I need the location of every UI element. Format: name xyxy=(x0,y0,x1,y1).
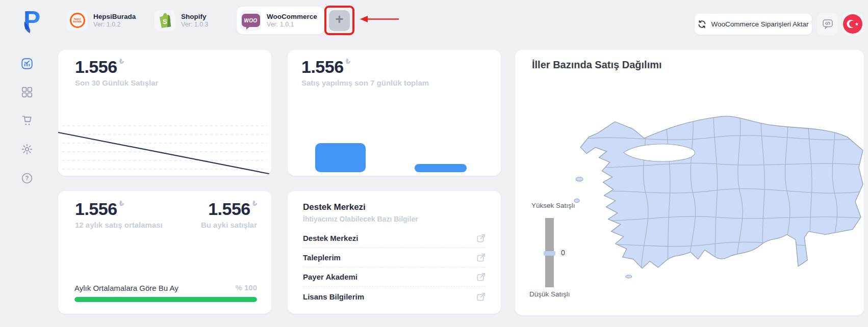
progress-track xyxy=(74,297,257,302)
language-selector[interactable] xyxy=(843,13,863,35)
sales7-value: 1.556₺ xyxy=(301,57,350,76)
progress-fill xyxy=(74,297,257,302)
sidebar-item-orders[interactable] xyxy=(20,114,34,127)
turkish-flag-icon xyxy=(843,14,862,34)
month-value: 1.556₺ xyxy=(208,199,257,219)
woocommerce-icon: WOO xyxy=(240,10,261,31)
aegean-island xyxy=(626,275,632,278)
annotation-arrow-icon xyxy=(359,15,400,23)
add-integration-button[interactable]: + xyxy=(329,10,350,31)
annotation-red-box: + xyxy=(324,6,354,35)
code-bubble-icon xyxy=(822,18,834,30)
support-subtitle: İhtiyacınız Olabilecek Bazı Bilgiler xyxy=(303,215,418,223)
integration-name: Shopify xyxy=(181,12,209,21)
grid-icon xyxy=(20,86,34,99)
support-link-payer-akademi[interactable]: Payer Akademi xyxy=(303,267,486,287)
help-icon: ? xyxy=(20,172,34,185)
integration-name: HepsiBurada xyxy=(93,12,136,21)
gear-icon xyxy=(20,143,34,156)
lira-icon: ₺ xyxy=(119,199,124,207)
map-legend-current-band xyxy=(544,251,555,256)
card-sales-7-days: 1.556₺ Satış yapılmış son 7 günlük topla… xyxy=(288,50,501,176)
external-link-icon xyxy=(477,272,486,281)
sales7-label: Satış yapılmış son 7 günlük toplam xyxy=(301,78,429,87)
card-monthly-averages: 1.556₺ 12 aylık satış ortalaması 1.556₺ … xyxy=(58,191,271,314)
lira-icon: ₺ xyxy=(119,57,124,65)
progress-percent: % 100 xyxy=(235,283,257,292)
sales7-bar xyxy=(415,164,467,172)
card-support-center: Destek Merkezi İhtiyacınız Olabilecek Ba… xyxy=(288,191,501,314)
card-sales-30-days: 1.556₺ Son 30 Günlük Satışlar xyxy=(58,50,271,176)
sync-icon xyxy=(698,20,706,29)
sidebar-item-settings[interactable] xyxy=(20,143,34,156)
svg-text:?: ? xyxy=(25,175,29,182)
external-link-icon xyxy=(477,253,486,262)
support-chat-button[interactable] xyxy=(818,13,838,35)
aegean-island xyxy=(576,177,583,181)
shopify-icon: S xyxy=(155,10,175,31)
svg-text:S: S xyxy=(163,18,167,25)
sales30-line-chart xyxy=(58,121,271,176)
card-province-sales-map: İller Bazında Satış Dağılımı Yüksek Satı… xyxy=(515,50,864,315)
support-title: Destek Merkezi xyxy=(303,202,366,212)
avg12-label: 12 aylık satış ortalaması xyxy=(75,221,163,229)
integration-version: Ver: 1.0.2 xyxy=(93,21,136,29)
sidebar-item-apps[interactable] xyxy=(20,86,34,99)
external-link-icon xyxy=(477,292,486,301)
turkey-map[interactable] xyxy=(566,102,864,299)
map-legend-gradient-bar xyxy=(545,218,554,287)
sales30-value: 1.556₺ xyxy=(75,57,124,76)
support-link-destek-merkezi[interactable]: Destek Merkezi xyxy=(303,229,486,248)
sidebar-item-dashboard[interactable] xyxy=(20,57,34,70)
support-link-lisans-bilgilerim[interactable]: Lisans Bilgilerim xyxy=(303,287,486,306)
sales30-trend-line xyxy=(58,132,271,174)
lira-icon: ₺ xyxy=(346,57,350,65)
dashboard-chart-icon xyxy=(20,57,34,70)
sales30-label: Son 30 Günlük Satışlar xyxy=(75,78,158,87)
external-link-icon xyxy=(477,234,486,242)
lira-icon: ₺ xyxy=(252,199,257,207)
integration-name: WooCommerce xyxy=(267,12,317,21)
import-orders-label: WooCommerce Siparişleri Aktar xyxy=(711,20,808,28)
import-orders-button[interactable]: WooCommerce Siparişleri Aktar xyxy=(695,14,812,35)
integration-chip-woocommerce[interactable]: WOO WooCommerce Ver: 1.0.1 xyxy=(237,7,324,34)
month-label: Bu ayki satışlar xyxy=(201,221,257,229)
map-legend-mid-value: 0 xyxy=(561,249,565,257)
integration-chip-shopify[interactable]: S Shopify Ver: 1.0.3 xyxy=(151,7,216,34)
sales7-bar xyxy=(315,143,366,172)
sidebar-item-help[interactable]: ? xyxy=(20,172,34,185)
support-link-taleplerim[interactable]: Taleplerim xyxy=(303,248,486,267)
integration-version: Ver: 1.0.1 xyxy=(267,21,317,29)
integration-version: Ver: 1.0.3 xyxy=(181,21,209,29)
integration-chip-hepsiburada[interactable]: hepsiburada HepsiBurada Ver: 1.0.2 xyxy=(63,7,143,34)
cart-icon xyxy=(20,114,34,127)
hepsiburada-icon: hepsiburada xyxy=(67,10,88,31)
app-logo[interactable]: P xyxy=(21,6,46,34)
map-title: İller Bazında Satış Dağılımı xyxy=(532,59,662,71)
aegean-island xyxy=(574,199,579,202)
progress-label: Aylık Ortalamalara Göre Bu Ay xyxy=(74,284,178,292)
avg12-value: 1.556₺ xyxy=(75,199,124,219)
map-legend-low: Düşük Satışlı xyxy=(529,290,570,298)
